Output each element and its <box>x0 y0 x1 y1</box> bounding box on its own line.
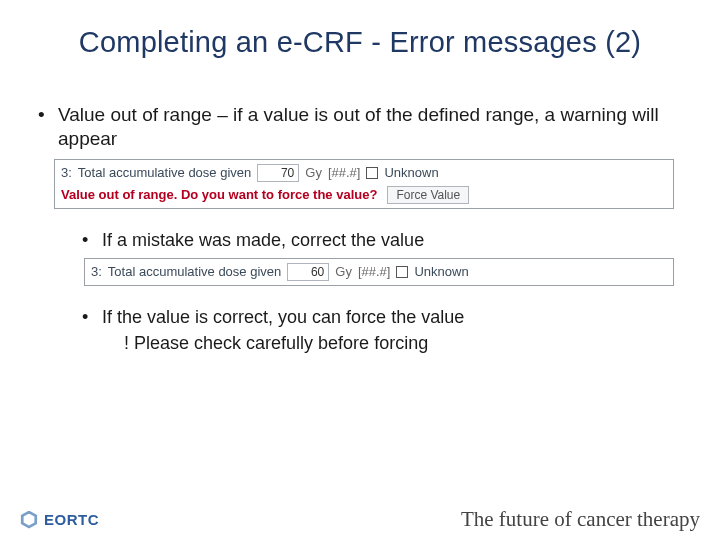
unknown-checkbox[interactable] <box>396 266 408 278</box>
crf-example-warning: 3: Total accumulative dose given 70 Gy [… <box>54 159 674 209</box>
unknown-label: Unknown <box>384 165 438 180</box>
bullet-value-out-of-range: Value out of range – if a value is out o… <box>36 103 684 151</box>
unknown-label: Unknown <box>414 264 468 279</box>
crf-label: Total accumulative dose given <box>108 264 281 279</box>
crf-example-corrected: 3: Total accumulative dose given 60 Gy [… <box>84 258 674 286</box>
crf-warning-row: Value out of range. Do you want to force… <box>61 182 667 204</box>
crf-format: [##.#] <box>358 264 391 279</box>
sub-bullet-list-2: If the value is correct, you can force t… <box>80 306 684 329</box>
slide: Completing an e-CRF - Error messages (2)… <box>0 0 720 540</box>
eortc-logo-icon <box>20 511 38 529</box>
eortc-logo-text: EORTC <box>44 511 99 528</box>
crf-question-no: 3: <box>61 165 72 180</box>
warning-text: Value out of range. Do you want to force… <box>61 187 377 202</box>
dose-input[interactable]: 60 <box>287 263 329 281</box>
crf-unit: Gy <box>335 264 352 279</box>
sub-bullet-correct-value: If a mistake was made, correct the value <box>80 229 684 252</box>
page-title: Completing an e-CRF - Error messages (2) <box>36 26 684 59</box>
footer-tagline: The future of cancer therapy <box>461 507 700 532</box>
eortc-logo: EORTC <box>20 511 99 529</box>
crf-format: [##.#] <box>328 165 361 180</box>
crf-unit: Gy <box>305 165 322 180</box>
slide-footer: EORTC The future of cancer therapy <box>0 507 720 532</box>
crf-row: 3: Total accumulative dose given 70 Gy [… <box>61 164 667 182</box>
sub-bullet-force-value: If the value is correct, you can force t… <box>80 306 684 329</box>
force-value-button[interactable]: Force Value <box>387 186 469 204</box>
unknown-checkbox[interactable] <box>366 167 378 179</box>
sub-bullet-list-1: If a mistake was made, correct the value <box>80 229 684 252</box>
crf-label: Total accumulative dose given <box>78 165 251 180</box>
dose-input[interactable]: 70 <box>257 164 299 182</box>
bullet-list: Value out of range – if a value is out o… <box>36 103 684 151</box>
crf-row: 3: Total accumulative dose given 60 Gy [… <box>91 263 667 281</box>
crf-question-no: 3: <box>91 264 102 279</box>
force-caution-note: ! Please check carefully before forcing <box>36 333 684 354</box>
